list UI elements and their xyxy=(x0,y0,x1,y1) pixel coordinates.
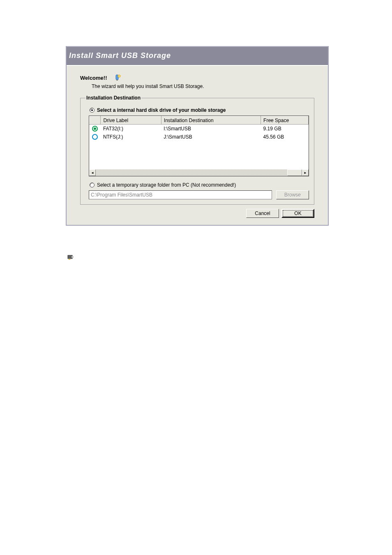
wizard-subtitle: The wizard will help you install Smart U… xyxy=(92,83,314,89)
drive-label-cell: NTFS(J:) xyxy=(101,133,161,141)
path-input[interactable] xyxy=(89,190,272,199)
svg-point-2 xyxy=(118,75,120,77)
scroll-track[interactable] xyxy=(96,169,287,176)
table-row[interactable]: NTFS(J:) J:\SmartUSB 45.56 GB xyxy=(90,133,309,141)
option-temp-label: Select a temporary storage folder from P… xyxy=(97,182,236,188)
option-temp-folder[interactable]: Select a temporary storage folder from P… xyxy=(90,182,309,188)
dialog-body: Welcome!! The wizard will help you insta… xyxy=(67,65,328,225)
col-header-free[interactable]: Free Space xyxy=(261,116,309,125)
usb-icon xyxy=(115,74,121,81)
tray-usb-icon[interactable] xyxy=(67,254,74,261)
scroll-right-button[interactable]: ► xyxy=(302,169,309,176)
col-header-label[interactable]: Drive Label xyxy=(101,116,161,125)
drive-dest-cell: J:\SmartUSB xyxy=(161,133,261,141)
drive-radio-icon xyxy=(92,134,98,140)
groupbox-legend: Installation Destination xyxy=(85,95,141,101)
radio-icon xyxy=(90,183,95,187)
install-dialog: Install Smart USB Storage Welcome!! The … xyxy=(66,46,329,226)
scroll-right-thumb-spacer[interactable] xyxy=(287,169,302,176)
cancel-button[interactable]: Cancel xyxy=(246,209,279,218)
scroll-left-button[interactable]: ◄ xyxy=(89,169,96,176)
title-bar: Install Smart USB Storage xyxy=(67,46,328,65)
table-header-row: Drive Label Installation Destination Fre… xyxy=(90,116,309,125)
radio-icon xyxy=(90,108,95,113)
col-header-dest[interactable]: Installation Destination xyxy=(161,116,261,125)
drive-dest-cell: I:\SmartUSB xyxy=(161,125,261,133)
welcome-label: Welcome!! xyxy=(80,75,107,81)
drive-label-cell: FAT32(I:) xyxy=(101,125,161,133)
table-row[interactable]: FAT32(I:) I:\SmartUSB 9.19 GB xyxy=(90,125,309,133)
drive-free-cell: 45.56 GB xyxy=(261,133,309,141)
svg-rect-1 xyxy=(116,80,118,81)
dialog-title: Install Smart USB Storage xyxy=(69,51,171,60)
col-header-icon[interactable] xyxy=(90,116,101,125)
drive-free-cell: 9.19 GB xyxy=(261,125,309,133)
option-internal-label: Select a internal hard disk drive of you… xyxy=(97,107,226,113)
option-internal-drive[interactable]: Select a internal hard disk drive of you… xyxy=(90,107,309,113)
ok-button[interactable]: OK xyxy=(281,209,314,218)
drive-radio-icon xyxy=(92,126,98,132)
browse-button[interactable]: Browse xyxy=(276,190,309,199)
installation-destination-group: Installation Destination Select a intern… xyxy=(80,95,314,205)
svg-rect-4 xyxy=(71,256,74,258)
horizontal-scrollbar[interactable]: ◄ ► xyxy=(89,169,309,176)
drive-table: Drive Label Installation Destination Fre… xyxy=(89,116,309,176)
